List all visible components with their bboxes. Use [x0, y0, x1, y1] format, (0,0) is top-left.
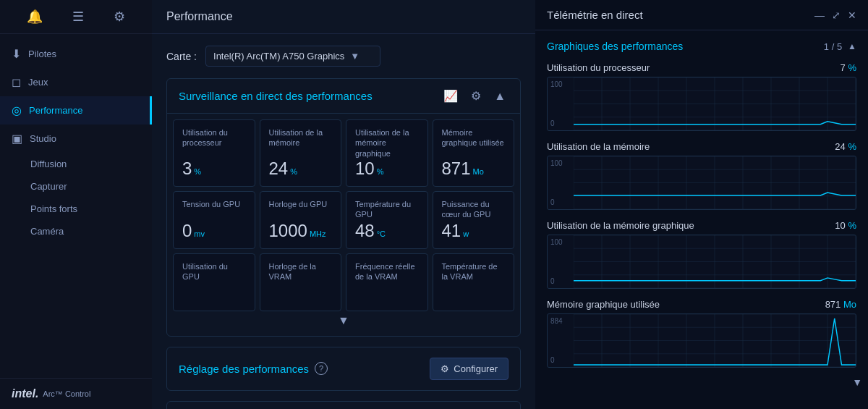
charts-collapse-btn[interactable]: ▲ [848, 41, 856, 51]
chart-y-max: 100 [550, 80, 571, 88]
chart-metric-value-row: 7 % [841, 61, 856, 74]
right-panel: Télémétrie en direct — ⤢ ✕ Graphiques de… [535, 0, 868, 409]
sidebar-item-studio[interactable]: ▣ Studio [0, 125, 152, 153]
chart-y-min: 0 [550, 356, 571, 364]
metric-card: Température du GPU48°C [346, 191, 428, 249]
chart-grid-area [574, 77, 856, 130]
chart-metric-header: Utilisation de la mémoire graphique10 % [547, 219, 856, 232]
chart-y-min: 0 [550, 198, 571, 206]
card-value: Intel(R) Arc(TM) A750 Graphics [213, 51, 344, 62]
chart-metric-unit: % [848, 220, 856, 231]
metric-unit: Mo [473, 167, 484, 176]
metric-card: Fréquence réelle de la VRAM [346, 253, 428, 311]
close-btn[interactable]: ✕ [848, 9, 856, 21]
sidebar-item-label: Performance [29, 105, 82, 116]
collapse-up-btn[interactable]: ▲ [491, 88, 509, 104]
metric-card: Puissance du cœur du GPU41w [433, 191, 515, 249]
settings-icon-btn[interactable]: ⚙ [468, 88, 484, 104]
metric-label: Utilisation de la mémoire [269, 127, 333, 148]
sidebar-sub-label: Diffusion [30, 159, 67, 169]
metrics-grid: Utilisation du processeur3%Utilisation d… [173, 119, 514, 311]
metric-label: Utilisation du processeur [182, 127, 246, 148]
chart-y-labels: 1000 [548, 156, 574, 209]
sidebar-item-jeux[interactable]: ◻ Jeux [0, 68, 152, 96]
charts-pagination: 1 / 5 [824, 41, 842, 52]
chart-metric-value: 24 [835, 141, 848, 152]
sidebar-item-performance[interactable]: ◎ Performance [0, 96, 152, 125]
metric-value: 0 [182, 221, 192, 241]
metric-card: Utilisation du processeur3% [173, 119, 255, 187]
metric-label: Température de la VRAM [442, 261, 506, 282]
chart-grid-area [574, 235, 856, 288]
telemetry-title: Télémétrie en direct [547, 9, 643, 21]
metric-unit: w [463, 229, 469, 238]
chart-y-labels: 1000 [548, 235, 574, 288]
gear-icon[interactable]: ⚙ [114, 9, 125, 25]
perf-tuning-section: Réglage des performances ? ⚙ Configurer [166, 347, 521, 391]
chart-metric-value-row: 871 Mo [825, 298, 856, 311]
help-icon[interactable]: ? [315, 362, 328, 375]
chart-y-max: 100 [550, 159, 571, 167]
metric-label: Température du GPU [355, 199, 419, 220]
card-dropdown[interactable]: Intel(R) Arc(TM) A750 Graphics ▼ [205, 46, 380, 67]
chart-metric-name: Utilisation du processeur [547, 62, 650, 73]
metric-value: 871 [442, 159, 471, 179]
chart-container: 1000 [547, 156, 856, 210]
chart-metric-value: 871 [825, 299, 843, 310]
metric-label: Utilisation du GPU [182, 261, 246, 282]
chart-metric-unit: Mo [843, 299, 856, 310]
card-selector-row: Carte : Intel(R) Arc(TM) A750 Graphics ▼ [166, 46, 521, 67]
scroll-down-btn[interactable]: ▼ [852, 376, 862, 388]
sidebar-sub-capturer[interactable]: Capturer [0, 175, 152, 198]
sidebar-sub-diffusion[interactable]: Diffusion [0, 153, 152, 175]
chart-grid-area [574, 156, 856, 209]
chart-metric-unit: % [848, 62, 856, 73]
metric-unit: % [290, 167, 297, 176]
chevron-down-icon: ▼ [338, 314, 349, 327]
minimize-btn[interactable]: — [814, 9, 825, 21]
game-icon: ◻ [12, 75, 21, 89]
chart-container: 8840 [547, 313, 856, 368]
metric-value-row: 1000MHz [269, 221, 333, 241]
chart-container: 1000 [547, 235, 856, 289]
sidebar-nav: ⬇ Pilotes ◻ Jeux ◎ Performance ▣ Studio … [0, 34, 152, 378]
metric-label: Puissance du cœur du GPU [442, 199, 506, 220]
chart-metric-header: Mémoire graphique utilisée871 Mo [547, 298, 856, 311]
performance-monitor-section: Surveillance en direct des performances … [166, 78, 521, 337]
sidebar-header: 🔔 ☰ ⚙ [0, 0, 152, 34]
collapse-metrics-btn[interactable]: ▼ [173, 311, 514, 330]
metric-unit: mv [194, 229, 205, 238]
chart-y-labels: 1000 [548, 77, 574, 130]
studio-icon: ▣ [12, 132, 22, 146]
sidebar-sub-camera[interactable]: Caméra [0, 220, 152, 243]
metric-card: Température de la VRAM [433, 253, 515, 311]
intel-logo: intel. [12, 387, 38, 400]
chart-icon-btn[interactable]: 📈 [441, 88, 461, 104]
section-header: Surveillance en direct des performances … [167, 79, 520, 114]
sidebar-item-label: Studio [30, 133, 56, 144]
metric-value-row: 0mv [182, 221, 246, 241]
sidebar-sub-label: Points forts [30, 203, 77, 214]
perf-tuning-header: Réglage des performances ? ⚙ Configurer [167, 347, 520, 390]
chart-y-min: 0 [550, 277, 571, 285]
chart-y-min: 0 [550, 119, 571, 127]
charts-header: Graphiques des performances 1 / 5 ▲ [535, 36, 868, 58]
configure-button[interactable]: ⚙ Configurer [430, 358, 509, 380]
bell-icon[interactable]: 🔔 [27, 9, 43, 25]
perf-tuning-left: Réglage des performances ? [179, 362, 328, 375]
metric-card: Mémoire graphique utilisée871Mo [433, 119, 515, 187]
sidebar: 🔔 ☰ ⚙ ⬇ Pilotes ◻ Jeux ◎ Performance ▣ S… [0, 0, 152, 409]
dropdown-chevron-icon: ▼ [350, 51, 359, 62]
chart-metric-header: Utilisation du processeur7 % [547, 61, 856, 74]
performance-icon: ◎ [12, 104, 22, 117]
menu-icon[interactable]: ☰ [72, 9, 84, 25]
sidebar-sub-points-forts[interactable]: Points forts [0, 198, 152, 220]
sidebar-item-pilotes[interactable]: ⬇ Pilotes [0, 40, 152, 68]
chart-section: Utilisation de la mémoire24 %1000 [535, 137, 868, 216]
chart-metric-value: 10 [835, 220, 848, 231]
sidebar-footer: intel. Arc™ Control [0, 378, 152, 409]
maximize-btn[interactable]: ⤢ [832, 9, 841, 21]
superposition-header: Superposition en jeu Désactivé ⚙ [167, 402, 520, 409]
section-title: Surveillance en direct des performances [179, 90, 373, 102]
chart-section: Utilisation du processeur7 %1000 [535, 58, 868, 137]
